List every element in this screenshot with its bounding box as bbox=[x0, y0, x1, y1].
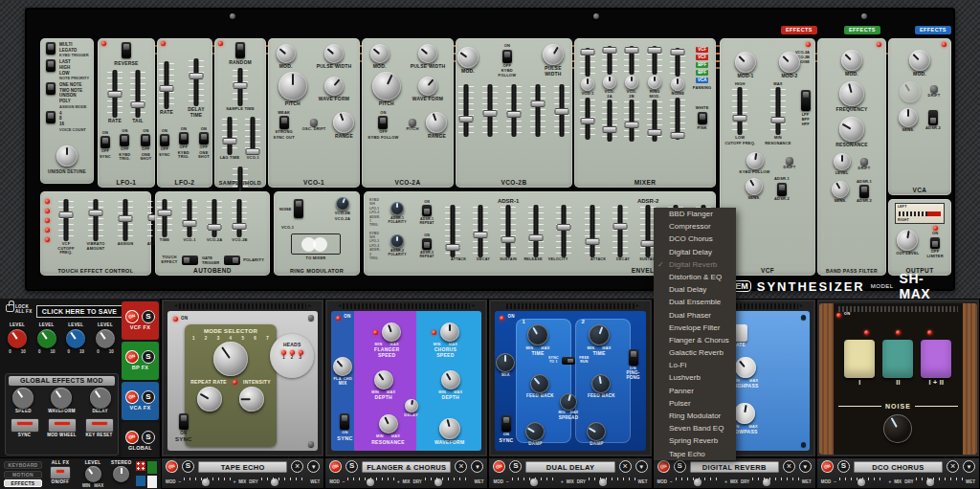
dropdown-item[interactable]: Seven Band EQ bbox=[654, 422, 736, 434]
slider-cap[interactable] bbox=[119, 215, 133, 222]
dropdown-item[interactable]: Pulser bbox=[654, 397, 736, 410]
slider-cap[interactable] bbox=[507, 111, 522, 118]
vco2b-wave-slider[interactable] bbox=[482, 84, 498, 137]
fx-on-button[interactable]: ON bbox=[164, 458, 179, 474]
fx-on-button[interactable]: ON bbox=[656, 458, 671, 474]
flanger-speed-knob[interactable] bbox=[382, 322, 401, 342]
bus-on-button[interactable]: ON bbox=[123, 430, 141, 447]
bpf-mod-knob[interactable] bbox=[841, 50, 862, 71]
dropdown-item[interactable]: Panner bbox=[654, 385, 736, 397]
adsr-slider[interactable] bbox=[528, 205, 544, 257]
lfo1-wave-switch[interactable] bbox=[122, 42, 131, 58]
mixer-send-slider[interactable] bbox=[602, 46, 617, 75]
footer-tab[interactable]: EFFECTS bbox=[4, 479, 42, 487]
flanger-mix-knob[interactable] bbox=[333, 357, 352, 376]
delay1-damp-knob[interactable] bbox=[525, 422, 545, 441]
vca-mod-knob[interactable] bbox=[909, 50, 930, 71]
fx-close-button[interactable]: × bbox=[455, 460, 467, 473]
autobend-slider[interactable] bbox=[207, 199, 222, 237]
slider-cap[interactable] bbox=[557, 224, 571, 231]
dual-sync-switch[interactable] bbox=[501, 415, 511, 432]
adsr-slider[interactable] bbox=[473, 205, 488, 257]
slider-cap[interactable] bbox=[189, 73, 204, 79]
vcf-sens-knob[interactable] bbox=[746, 178, 763, 195]
slider-cap[interactable] bbox=[183, 220, 197, 227]
autobend-mode-switch[interactable] bbox=[182, 256, 198, 265]
delay1-feedback-knob[interactable] bbox=[530, 374, 549, 393]
fx-select-button[interactable]: ▼ bbox=[963, 460, 975, 473]
fx-mix-slider[interactable] bbox=[916, 478, 963, 486]
bpf-frequency-knob[interactable] bbox=[839, 81, 864, 106]
bus-solo-button[interactable]: S bbox=[142, 431, 155, 444]
dropdown-item[interactable]: Lo-Fi bbox=[654, 359, 736, 371]
fx-mod-slider[interactable] bbox=[512, 478, 559, 486]
vco2b-wave-slider[interactable] bbox=[530, 84, 546, 137]
footer-tab[interactable]: MOTION bbox=[4, 471, 42, 478]
dropdown-item[interactable]: Galactic Reverb bbox=[654, 346, 736, 359]
adsr-slider[interactable] bbox=[501, 205, 516, 257]
vcf-adsr-switch[interactable] bbox=[777, 183, 787, 196]
random-switch[interactable] bbox=[235, 42, 245, 58]
dropdown-item[interactable]: DCO Chorus bbox=[654, 233, 736, 245]
mixer-level-slider[interactable] bbox=[670, 98, 685, 140]
slider-cap[interactable] bbox=[581, 49, 595, 56]
dropdown-item[interactable]: Compressor bbox=[654, 220, 736, 233]
fx-level-knob[interactable] bbox=[96, 329, 115, 348]
gem-knob[interactable] bbox=[51, 388, 72, 409]
footer-level-knob[interactable] bbox=[85, 466, 101, 482]
vcf-drift-trimmer[interactable] bbox=[786, 157, 793, 165]
slider-cap[interactable] bbox=[89, 210, 103, 216]
slider-cap[interactable] bbox=[233, 223, 247, 230]
fx-mod-slider[interactable] bbox=[839, 478, 886, 486]
mode-switch[interactable] bbox=[46, 59, 56, 72]
polarity-switch[interactable] bbox=[224, 256, 240, 265]
adsr-polarity-knob[interactable] bbox=[390, 234, 404, 248]
dropdown-item[interactable]: ✓ Digital Reverb bbox=[654, 258, 736, 271]
footer-stereo-knob[interactable] bbox=[113, 466, 129, 482]
pitch-knob[interactable] bbox=[278, 72, 307, 100]
slider-cap[interactable] bbox=[613, 223, 628, 230]
slider-cap[interactable] bbox=[208, 224, 222, 231]
fx-solo-button[interactable]: S bbox=[674, 460, 686, 473]
vcf-mod-knob[interactable] bbox=[735, 52, 756, 73]
fx-select-button[interactable]: ▼ bbox=[471, 460, 483, 473]
blue-square[interactable] bbox=[136, 476, 145, 486]
adsr-polarity-knob[interactable] bbox=[390, 202, 404, 215]
lfo-toggle[interactable] bbox=[100, 136, 110, 148]
slider-cap[interactable] bbox=[581, 118, 595, 124]
dropdown-item[interactable]: BBD Flanger bbox=[654, 208, 736, 220]
mixer-pan-knob[interactable] bbox=[581, 78, 594, 91]
effects-button[interactable]: EFFECTS bbox=[781, 26, 817, 34]
bpf-resonance-knob[interactable] bbox=[839, 117, 864, 142]
white-square[interactable] bbox=[147, 476, 157, 488]
fx-solo-button[interactable]: S bbox=[345, 460, 358, 473]
lfo-toggle[interactable] bbox=[120, 134, 129, 146]
vco-knob[interactable] bbox=[324, 44, 344, 63]
slider-cap[interactable] bbox=[625, 47, 639, 54]
fx-name-plate[interactable]: DCO CHORUS bbox=[854, 461, 943, 473]
osc-drift-trimmer[interactable] bbox=[310, 119, 318, 126]
fx-mod-slider[interactable] bbox=[347, 478, 394, 486]
fx-mix-slider[interactable] bbox=[752, 478, 799, 486]
range-knob[interactable] bbox=[333, 112, 354, 133]
slider-cap[interactable] bbox=[108, 91, 122, 98]
slider-cap[interactable] bbox=[603, 126, 617, 133]
sh-slider[interactable] bbox=[233, 68, 248, 106]
vco-knob[interactable] bbox=[418, 44, 437, 63]
slider-cap[interactable] bbox=[586, 238, 600, 245]
mixer-level-slider[interactable] bbox=[602, 100, 617, 142]
delay2-damp-knob[interactable] bbox=[587, 422, 606, 441]
fx-level-knob[interactable] bbox=[37, 329, 56, 348]
vcf-slider[interactable] bbox=[770, 87, 786, 135]
slider-thumb[interactable] bbox=[367, 478, 374, 486]
slider-cap[interactable] bbox=[459, 116, 474, 122]
fx-solo-button[interactable]: S bbox=[509, 460, 522, 473]
vco2b-wave-slider[interactable] bbox=[554, 84, 569, 137]
dropdown-item[interactable]: Dual Ensemble bbox=[654, 296, 736, 308]
fx-on-button[interactable]: ON bbox=[819, 458, 835, 474]
delay2-feedback-knob[interactable] bbox=[591, 374, 611, 393]
adsr-slider[interactable] bbox=[612, 205, 628, 257]
dropdown-item[interactable]: Spring Reverb bbox=[654, 434, 736, 447]
dropdown-item[interactable]: Digital Delay bbox=[654, 246, 736, 258]
fx-mod-slider[interactable] bbox=[184, 478, 231, 486]
